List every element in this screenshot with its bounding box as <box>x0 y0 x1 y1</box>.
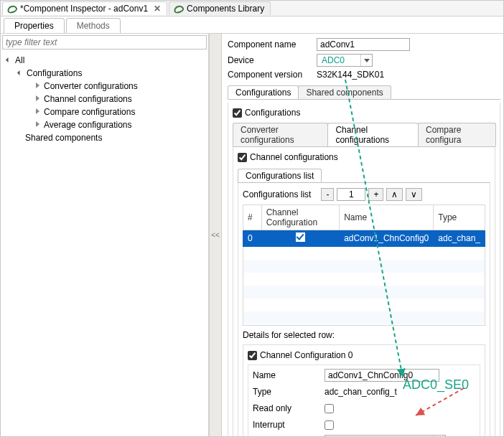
col-channel-cfg[interactable]: Channel Configuration <box>261 205 340 230</box>
table-empty-area <box>243 247 485 326</box>
component-name-label: Component name <box>228 39 317 50</box>
configurations-checkbox-label: Configurations <box>245 108 300 118</box>
detail-type-value: adc_chan_config_t <box>325 387 397 397</box>
list-remove-button[interactable]: - <box>321 188 334 201</box>
tab-label: *Component Inspector - adConv1 <box>20 4 148 14</box>
device-value: ADC0 <box>317 55 360 65</box>
twisty-icon[interactable] <box>34 108 42 116</box>
collapse-gutter[interactable]: << <box>209 34 222 436</box>
close-icon[interactable]: ✕ <box>151 4 161 14</box>
detail-name-label: Name <box>253 370 325 380</box>
tab-configurations-list[interactable]: Configurations list <box>238 169 322 182</box>
channel-cfg0-label: Channel Configuration 0 <box>260 350 353 360</box>
detail-name-field[interactable] <box>325 369 439 382</box>
cell-channel-cfg[interactable] <box>261 230 340 247</box>
check-icon <box>296 232 305 242</box>
tab-configurations[interactable]: Configurations <box>228 85 299 99</box>
configurations-list-label: Configurations list <box>243 189 318 199</box>
detail-readonly-checkbox[interactable] <box>325 404 334 413</box>
cfg-sub-tabs: Converter configurations Channel configu… <box>233 123 495 147</box>
config-tree[interactable]: All Configurations Converter configurati… <box>1 51 208 146</box>
details-panel: Channel Configuration 0 Name Type adc_ch… <box>243 344 485 436</box>
component-name-field[interactable] <box>317 38 410 51</box>
twisty-icon[interactable] <box>5 56 14 65</box>
component-version-label: Component version <box>228 70 317 80</box>
channel-cfg0-checkbox[interactable] <box>248 351 257 360</box>
tab-label: Components Library <box>187 4 264 14</box>
twisty-icon[interactable] <box>34 95 42 103</box>
tree-item[interactable]: Compare configurations <box>44 107 135 117</box>
cell-name: adConv1_ChnConfig0 <box>340 230 434 247</box>
table-row[interactable]: 0 adConv1_ChnConfig0 adc_chan_ <box>243 230 485 247</box>
tab-properties[interactable]: Properties <box>4 18 65 33</box>
tree-item[interactable]: Converter configurations <box>44 81 138 91</box>
bean-icon <box>7 4 17 14</box>
list-down-button[interactable]: ∨ <box>406 188 422 201</box>
twisty-icon[interactable] <box>17 69 25 77</box>
channel-cfg-checkbox[interactable] <box>238 153 247 162</box>
tree-configurations[interactable]: Configurations <box>27 68 82 78</box>
cell-index: 0 <box>243 230 262 247</box>
col-index[interactable]: # <box>243 205 262 230</box>
properties-panel: Component name Device ADC0 Component ver… <box>222 34 503 436</box>
twisty-icon[interactable] <box>34 121 42 129</box>
chevron-down-icon <box>434 436 445 436</box>
tree-panel: All Configurations Converter configurati… <box>1 34 209 436</box>
prop-tab-bar: Properties Methods <box>1 17 503 34</box>
twisty-icon[interactable] <box>34 82 42 90</box>
detail-type-label: Type <box>253 387 325 397</box>
col-name[interactable]: Name <box>340 205 434 230</box>
channel-cfg-checkbox-label: Channel configurations <box>250 152 338 162</box>
col-type[interactable]: Type <box>434 205 485 230</box>
list-up-button[interactable]: ∧ <box>386 188 403 201</box>
configurations-checkbox[interactable] <box>233 108 242 118</box>
detail-interrupt-label: Interrupt <box>253 420 325 430</box>
editor-tab-bar: *Component Inspector - adConv1 ✕ Compone… <box>1 1 503 17</box>
list-add-button[interactable]: + <box>368 188 383 201</box>
tree-item[interactable]: Average configurations <box>44 120 132 130</box>
detail-readonly-label: Read only <box>253 403 325 413</box>
detail-inputchannel-combo[interactable]: ADC_INPUTCHAN_EXT0 <box>325 435 446 436</box>
details-header: Details for selected row: <box>243 330 485 340</box>
tab-component-inspector[interactable]: *Component Inspector - adConv1 ✕ <box>2 1 167 15</box>
cell-type: adc_chan_ <box>434 230 485 247</box>
tab-shared-components[interactable]: Shared components <box>298 85 391 99</box>
configurations-table[interactable]: # Channel Configuration Name Type 0 <box>243 205 485 247</box>
filter-input[interactable] <box>2 35 207 50</box>
device-combo[interactable]: ADC0 <box>317 54 373 67</box>
device-label: Device <box>228 55 317 65</box>
tab-converter-cfg[interactable]: Converter configurations <box>233 123 328 146</box>
tree-shared[interactable]: Shared components <box>25 133 102 143</box>
tab-components-library[interactable]: Components Library <box>169 1 271 15</box>
tab-channel-cfg[interactable]: Channel configurations <box>327 123 419 146</box>
collapse-arrows: << <box>211 231 220 239</box>
tree-item[interactable]: Channel configurations <box>44 94 132 104</box>
tab-compare-cfg[interactable]: Compare configura <box>418 123 496 146</box>
tree-all[interactable]: All <box>15 55 24 65</box>
cfg-tabs: Configurations Shared components <box>228 85 500 100</box>
chevron-down-icon <box>360 55 372 66</box>
tab-methods[interactable]: Methods <box>66 18 121 33</box>
bean-icon <box>174 4 184 14</box>
component-version-value: S32K144_SDK01 <box>317 70 384 80</box>
detail-interrupt-checkbox[interactable] <box>325 420 334 430</box>
list-count-field[interactable] <box>337 188 365 201</box>
